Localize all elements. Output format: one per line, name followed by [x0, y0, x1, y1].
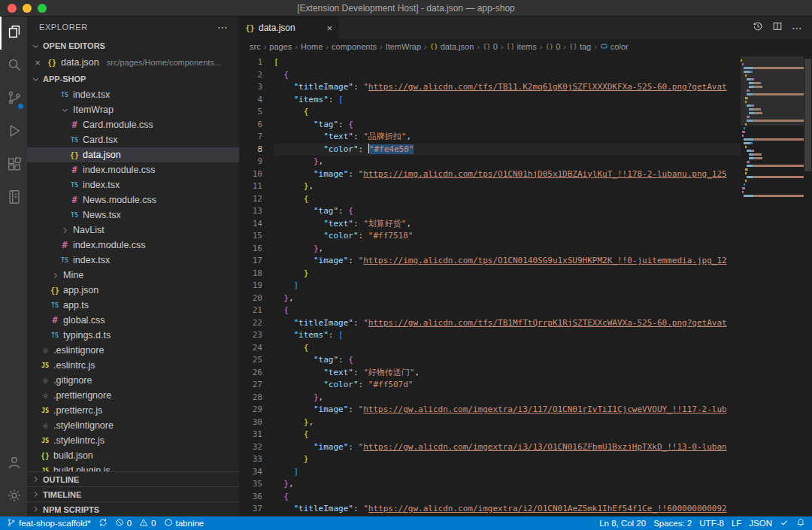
status-problems-errors[interactable]: 0 — [111, 516, 135, 530]
folder-item-itemwrap[interactable]: ItemWrap — [27, 102, 239, 117]
status-tabnine[interactable]: tabnine — [160, 516, 208, 530]
file-item-stylelintignore[interactable]: .stylelintignore — [27, 418, 239, 433]
file-item-app-ts[interactable]: TSapp.ts — [27, 298, 239, 313]
minimap[interactable] — [741, 56, 804, 516]
code-line-9[interactable]: }, — [274, 156, 741, 168]
status-notifications[interactable] — [792, 516, 809, 530]
file-item-index-module-css[interactable]: #index.module.css — [27, 238, 239, 253]
code-line-32[interactable]: "image": "https://gw.alicdn.com/imgextra… — [274, 441, 741, 454]
zoom-window-button[interactable] — [38, 4, 47, 13]
file-item-index-tsx[interactable]: TSindex.tsx — [27, 87, 239, 102]
file-item-news-tsx[interactable]: TSNews.tsx — [27, 207, 239, 223]
file-item-prettierignore[interactable]: .prettierignore — [27, 388, 239, 403]
code-line-28[interactable]: }, — [274, 392, 741, 404]
history-icon[interactable] — [753, 21, 763, 35]
file-item-index-tsx[interactable]: TSindex.tsx — [27, 177, 239, 192]
section-timeline[interactable]: TIMELINE — [27, 486, 239, 501]
code-line-24[interactable]: { — [274, 342, 741, 355]
code-line-5[interactable]: { — [274, 106, 741, 119]
file-item-card-module-css[interactable]: #Card.module.css — [27, 117, 239, 132]
code-line-13[interactable]: "tag": { — [274, 205, 741, 218]
code-line-27[interactable]: "color": "#ff507d" — [274, 379, 741, 392]
code-line-17[interactable]: "image": "https://img.alicdn.com/tps/O1C… — [274, 255, 741, 268]
code-line-30[interactable]: }, — [274, 416, 741, 429]
breadcrumb-item-pages[interactable]: pages — [269, 42, 292, 51]
code-line-1[interactable]: [ — [274, 56, 741, 69]
breadcrumb-item-0[interactable]: {}0 — [483, 42, 498, 51]
code-line-11[interactable]: }, — [274, 180, 741, 193]
section-npm-scripts[interactable]: NPM SCRIPTS — [27, 501, 239, 516]
breadcrumb-item-home[interactable]: Home — [301, 42, 323, 51]
code-line-6[interactable]: "tag": { — [274, 119, 741, 132]
activity-accounts[interactable] — [0, 447, 27, 480]
explorer-more-icon[interactable]: ⋯ — [217, 21, 229, 33]
status-formatter[interactable] — [776, 516, 792, 530]
vertical-scrollbar[interactable] — [804, 56, 812, 516]
status-encoding[interactable]: UTF-8 — [695, 516, 728, 530]
code-line-29[interactable]: "image": "https://gw.alicdn.com/imgextra… — [274, 404, 741, 416]
file-item-prettierrc-js[interactable]: JS.prettierrc.js — [27, 403, 239, 418]
code-line-37[interactable]: "titleImage": "https://gw.alicdn.com/img… — [274, 503, 741, 516]
code-line-10[interactable]: "image": "https://img.alicdn.com/tps/O1C… — [274, 168, 741, 181]
breadcrumb-item-itemwrap[interactable]: ItemWrap — [386, 42, 421, 51]
file-item-global-css[interactable]: #global.css — [27, 313, 239, 328]
activity-extensions[interactable] — [0, 149, 27, 182]
file-item-stylelintrc-js[interactable]: JS.stylelintrc.js — [27, 433, 239, 448]
activity-run-and-debug[interactable] — [0, 116, 27, 149]
code-line-31[interactable]: { — [274, 429, 741, 441]
code-line-19[interactable]: ] — [274, 280, 741, 292]
workspace-header[interactable]: APP-SHOP — [27, 71, 239, 87]
code-line-16[interactable]: }, — [274, 243, 741, 256]
more-actions-icon[interactable]: ⋯ — [792, 22, 803, 34]
code-line-3[interactable]: "titleImage": "https://gw.alicdn.com/tfs… — [274, 81, 741, 94]
folder-item-navlist[interactable]: NavList — [27, 223, 239, 238]
folder-item-mine[interactable]: Mine — [27, 268, 239, 283]
code-line-8[interactable]: "color": "#fe4e50" — [274, 144, 741, 156]
status-language-mode[interactable]: JSON — [745, 516, 776, 530]
code-line-2[interactable]: { — [274, 69, 741, 82]
file-item-build-json[interactable]: {}build.json — [27, 448, 239, 463]
close-tab-icon[interactable]: × — [326, 23, 332, 34]
breadcrumb-item-color[interactable]: color — [600, 42, 629, 52]
breadcrumb-item-items[interactable]: []items — [507, 42, 537, 51]
activity-notebook[interactable] — [0, 182, 27, 215]
activity-source-control[interactable] — [0, 83, 27, 116]
code-content[interactable]: [ { "titleImage": "https://gw.alicdn.com… — [274, 56, 741, 516]
minimize-window-button[interactable] — [23, 4, 32, 13]
scrollbar-thumb[interactable] — [804, 59, 811, 171]
activity-manage[interactable] — [0, 480, 27, 513]
code-line-12[interactable]: { — [274, 193, 741, 206]
file-item-eslintrc-js[interactable]: JS.eslintrc.js — [27, 358, 239, 373]
file-item-typings-d-ts[interactable]: TStypings.d.ts — [27, 328, 239, 343]
code-line-20[interactable]: }, — [274, 292, 741, 305]
file-item-data-json[interactable]: {}data.json — [27, 147, 239, 162]
status-indentation[interactable]: Spaces: 2 — [650, 516, 695, 530]
code-line-34[interactable]: ] — [274, 466, 741, 479]
minimap-slider[interactable] — [741, 56, 804, 126]
code-line-4[interactable]: "items": [ — [274, 94, 741, 107]
code-line-21[interactable]: { — [274, 304, 741, 317]
file-item-gitignore[interactable]: .gitignore — [27, 373, 239, 388]
code-line-33[interactable]: } — [274, 453, 741, 466]
breadcrumb-item-tag[interactable]: {}tag — [569, 42, 591, 51]
tab-data-json[interactable]: {} data.json × — [239, 17, 338, 39]
code-line-25[interactable]: "tag": { — [274, 354, 741, 367]
open-editors-header[interactable]: OPEN EDITORS — [27, 38, 239, 54]
split-editor-icon[interactable] — [772, 21, 783, 35]
breadcrumb-item-components[interactable]: components — [332, 42, 377, 51]
file-item-news-module-css[interactable]: #News.module.css — [27, 192, 239, 207]
code-line-26[interactable]: "text": "好物传送门", — [274, 367, 741, 380]
code-line-14[interactable]: "text": "划算好货", — [274, 218, 741, 231]
status-sync-changes[interactable] — [95, 516, 111, 530]
file-item-index-tsx[interactable]: TSindex.tsx — [27, 253, 239, 268]
code-line-35[interactable]: }, — [274, 478, 741, 491]
file-item-eslintignore[interactable]: .eslintignore — [27, 343, 239, 358]
status-git-branch[interactable]: feat-shop-scaffold* — [3, 516, 95, 530]
code-line-23[interactable]: "items": [ — [274, 329, 741, 342]
file-item-index-module-css[interactable]: #index.module.css — [27, 162, 239, 177]
code-line-36[interactable]: { — [274, 491, 741, 504]
section-outline[interactable]: OUTLINE — [27, 471, 239, 486]
file-item-build-plugin-js[interactable]: JSbuild.plugin.js — [27, 463, 239, 471]
activity-explorer[interactable] — [0, 17, 27, 50]
file-item-app-json[interactable]: {}app.json — [27, 283, 239, 298]
